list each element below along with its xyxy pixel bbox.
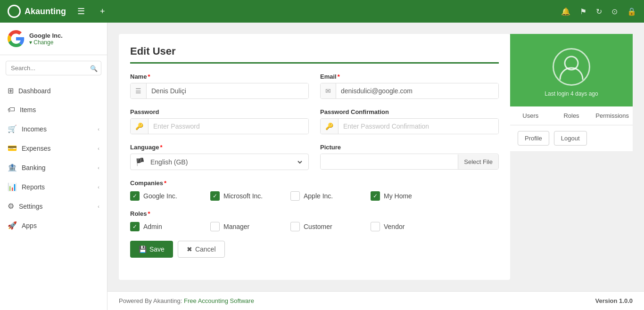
company-apple-label: Apple Inc.: [304, 192, 333, 200]
refresh-icon[interactable]: ↻: [596, 7, 602, 16]
logout-button[interactable]: Logout: [554, 131, 587, 146]
sidebar-item-settings[interactable]: ⚙ Settings ‹: [0, 196, 107, 216]
sidebar-item-apps[interactable]: 🚀 Apps: [0, 216, 107, 235]
password-row: Password 🔑 Password Confirmation 🔑: [130, 108, 499, 134]
tab-roles[interactable]: Roles: [551, 106, 592, 125]
picture-field-group: Picture Select File: [320, 144, 499, 170]
sidebar-item-dashboard[interactable]: ⊞ Dashboard: [0, 81, 107, 100]
banking-icon: 🏦: [8, 163, 17, 172]
picture-label: Picture: [320, 144, 499, 151]
name-field-icon: ☰: [131, 83, 147, 98]
company-myhome-label: My Home: [384, 192, 412, 200]
top-navigation: Akaunting ☰ + 🔔 ⚑ ↻ ⊙ 🔒: [0, 0, 644, 23]
search-box: 🔍: [6, 61, 101, 75]
save-icon: 💾: [139, 245, 147, 253]
app-name: Akaunting: [25, 7, 66, 16]
name-label: Name*: [130, 73, 309, 80]
content-area: Edit User Name* ☰ Email*: [107, 23, 644, 291]
checkbox-checked-icon: ✓: [130, 222, 140, 231]
checkbox-unchecked-icon: [290, 191, 300, 201]
roles-checkboxes: ✓ Admin Manager Customer: [130, 222, 499, 231]
role-checkbox-customer[interactable]: Customer: [290, 222, 361, 231]
sidebar-item-incomes[interactable]: 🛒 Incomes ‹: [0, 119, 107, 139]
sidebar-item-banking[interactable]: 🏦 Banking ‹: [0, 158, 107, 177]
company-checkbox-myhome[interactable]: ✓ My Home: [371, 191, 441, 201]
email-field-group: Email* ✉: [320, 73, 499, 99]
name-field-group: Name* ☰: [130, 73, 309, 99]
chevron-right-icon: ‹: [98, 204, 99, 209]
checkbox-checked-icon: ✓: [130, 191, 140, 201]
sidebar-item-label: Apps: [22, 222, 37, 229]
password-input[interactable]: [149, 119, 308, 134]
checkbox-unchecked-icon: [210, 222, 220, 231]
password-confirm-field-group: Password Confirmation 🔑: [320, 108, 499, 134]
expenses-icon: 💳: [8, 144, 17, 153]
checkbox-checked-icon: ✓: [371, 191, 380, 201]
companies-label: Companies*: [130, 179, 499, 187]
password-confirm-label: Password Confirmation: [320, 108, 499, 115]
settings-icon: ⚙: [8, 202, 14, 211]
tab-permissions[interactable]: Permissions: [592, 106, 633, 125]
footer-link[interactable]: Free Accounting Software: [184, 297, 254, 304]
lock-icon[interactable]: 🔒: [627, 7, 636, 16]
notification-icon[interactable]: 🔔: [561, 7, 570, 16]
profile-actions: Profile Logout: [510, 125, 633, 152]
profile-button[interactable]: Profile: [518, 131, 549, 146]
sidebar-item-expenses[interactable]: 💳 Expenses ‹: [0, 139, 107, 158]
companies-section: Companies* ✓ Google Inc. ✓ Microsoft Inc…: [130, 179, 499, 201]
sidebar-item-label: Reports: [22, 183, 45, 191]
role-checkbox-manager[interactable]: Manager: [210, 222, 281, 231]
picture-input[interactable]: [321, 154, 458, 169]
company-change-link[interactable]: Change: [29, 39, 63, 46]
password-confirm-input[interactable]: [339, 119, 498, 134]
version-number: 1.0.0: [619, 297, 633, 304]
search-icon: 🔍: [90, 65, 98, 72]
email-field-icon: ✉: [321, 83, 336, 98]
hamburger-button[interactable]: ☰: [74, 4, 89, 18]
sidebar-nav: ⊞ Dashboard 🏷 Items 🛒 Incomes ‹ 💳: [0, 81, 107, 310]
avatar-icon: [553, 48, 590, 86]
page-title: Edit User: [130, 45, 499, 64]
chevron-right-icon: ‹: [98, 184, 99, 190]
name-input[interactable]: [147, 83, 308, 98]
language-select[interactable]: English (GB): [149, 158, 304, 166]
company-checkbox-microsoft[interactable]: ✓ Microsoft Inc.: [210, 191, 281, 201]
role-checkbox-vendor[interactable]: Vendor: [371, 222, 441, 231]
sidebar-item-reports[interactable]: 📊 Reports ‹: [0, 177, 107, 196]
dashboard-icon: ⊞: [8, 86, 14, 95]
password-field-group: Password 🔑: [130, 108, 309, 134]
company-info: Google Inc. Change: [29, 32, 63, 46]
edit-user-form-panel: Edit User Name* ☰ Email*: [119, 34, 510, 280]
email-input[interactable]: [336, 83, 498, 98]
apps-icon: 🚀: [8, 221, 17, 230]
chevron-right-icon: ‹: [98, 146, 99, 151]
form-actions: 💾 Save ✖ Cancel: [130, 241, 499, 258]
sidebar-item-label: Dashboard: [18, 87, 51, 95]
roles-section: Roles* ✓ Admin Manager Cust: [130, 210, 499, 231]
email-label: Email*: [320, 73, 499, 80]
search-input[interactable]: [6, 61, 101, 75]
save-button[interactable]: 💾 Save: [130, 241, 173, 258]
user-circle-icon[interactable]: ⊙: [611, 7, 618, 16]
tab-users[interactable]: Users: [510, 106, 551, 125]
add-button[interactable]: +: [96, 5, 109, 18]
role-vendor-label: Vendor: [384, 223, 405, 230]
company-checkbox-google[interactable]: ✓ Google Inc.: [130, 191, 201, 201]
role-manager-label: Manager: [223, 223, 249, 230]
sidebar-item-items[interactable]: 🏷 Items: [0, 100, 107, 119]
select-file-button[interactable]: Select File: [458, 155, 498, 169]
sidebar-item-label: Settings: [19, 203, 43, 210]
items-icon: 🏷: [8, 106, 15, 114]
company-checkbox-apple[interactable]: Apple Inc.: [290, 191, 361, 201]
cancel-button[interactable]: ✖ Cancel: [178, 241, 225, 258]
password-field-icon: 🔑: [131, 119, 149, 134]
avatar-section: Last login 4 days ago: [510, 34, 633, 106]
logo-icon: [8, 5, 21, 18]
checkbox-checked-icon: ✓: [210, 191, 220, 201]
roles-label: Roles*: [130, 210, 499, 217]
flag-icon[interactable]: ⚑: [580, 7, 586, 16]
cancel-icon: ✖: [187, 245, 192, 253]
sidebar-item-label: Incomes: [22, 125, 47, 133]
role-admin-label: Admin: [143, 223, 162, 230]
role-checkbox-admin[interactable]: ✓ Admin: [130, 222, 201, 231]
